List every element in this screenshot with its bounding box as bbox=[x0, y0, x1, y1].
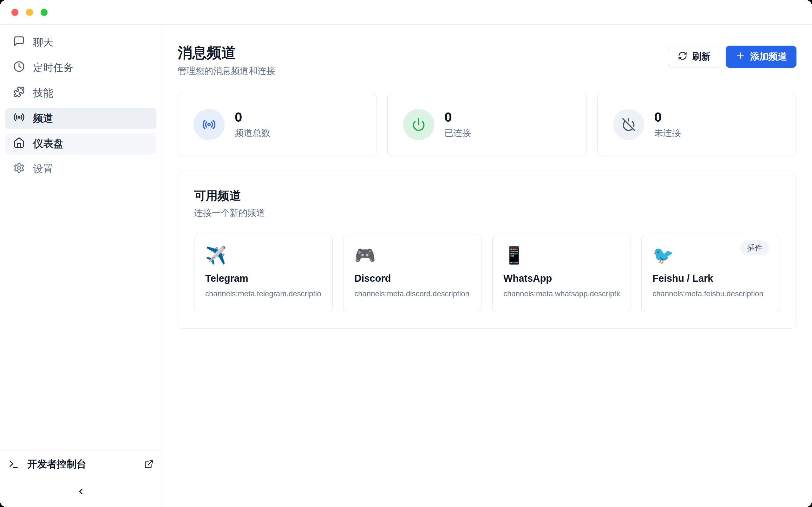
sidebar-item-channels[interactable]: 频道 bbox=[5, 108, 156, 129]
stat-card-connected: 0 已连接 bbox=[387, 93, 587, 156]
terminal-icon bbox=[8, 459, 19, 469]
channel-name: Telegram bbox=[205, 273, 322, 284]
available-channels-panel: 可用频道 连接一个新的频道 ✈️ Telegram channels:meta.… bbox=[177, 172, 797, 329]
sidebar-item-chat[interactable]: 聊天 bbox=[5, 32, 156, 53]
sidebar-item-label: 设置 bbox=[33, 162, 53, 176]
channel-card-telegram[interactable]: ✈️ Telegram channels:meta.telegram.descr… bbox=[194, 235, 333, 312]
power-icon bbox=[403, 109, 434, 140]
page-title: 消息频道 bbox=[177, 44, 275, 61]
power-off-icon bbox=[613, 109, 644, 140]
refresh-icon bbox=[678, 51, 687, 63]
stat-label: 未连接 bbox=[654, 127, 681, 139]
channel-description: channels:meta.discord.description bbox=[354, 289, 471, 298]
external-link-icon bbox=[144, 459, 154, 469]
channel-description: channels:meta.whatsapp.description bbox=[503, 289, 620, 298]
page-subtitle: 管理您的消息频道和连接 bbox=[177, 65, 275, 77]
telegram-airplane-emoji-icon: ✈️ bbox=[205, 246, 322, 265]
app-window: 聊天 定时任务 技能 bbox=[0, 0, 812, 507]
sidebar-item-skills[interactable]: 技能 bbox=[5, 82, 156, 104]
channel-description: channels:meta.telegram.description bbox=[205, 289, 322, 298]
close-window-button[interactable] bbox=[11, 9, 18, 16]
zoom-window-button[interactable] bbox=[41, 9, 48, 16]
sidebar-footer: 开发者控制台 bbox=[0, 449, 162, 499]
sidebar-item-label: 定时任务 bbox=[33, 61, 73, 75]
minimize-window-button[interactable] bbox=[26, 9, 33, 16]
sidebar-item-label: 技能 bbox=[33, 86, 53, 100]
sidebar: 聊天 定时任务 技能 bbox=[0, 25, 162, 507]
stat-label: 已连接 bbox=[444, 127, 471, 139]
developer-console-label: 开发者控制台 bbox=[27, 458, 86, 471]
sidebar-item-settings[interactable]: 设置 bbox=[5, 158, 156, 180]
stat-card-disconnected: 0 未连接 bbox=[597, 93, 797, 156]
discord-gamepad-emoji-icon: 🎮 bbox=[354, 246, 471, 265]
clock-icon bbox=[13, 61, 25, 75]
chevron-left-icon bbox=[76, 487, 86, 497]
channel-card-whatsapp[interactable]: 📱 WhatsApp channels:meta.whatsapp.descri… bbox=[492, 235, 631, 312]
whatsapp-phone-emoji-icon: 📱 bbox=[503, 246, 620, 265]
broadcast-icon bbox=[194, 109, 224, 140]
developer-console-link[interactable]: 开发者控制台 bbox=[8, 458, 154, 471]
channel-name: WhatsApp bbox=[503, 273, 620, 284]
sidebar-nav: 聊天 定时任务 技能 bbox=[5, 32, 156, 449]
puzzle-icon bbox=[13, 86, 25, 100]
channel-name: Feishu / Lark bbox=[653, 273, 769, 284]
sidebar-item-label: 聊天 bbox=[33, 36, 53, 49]
title-bar bbox=[0, 0, 812, 25]
refresh-button-label: 刷新 bbox=[692, 50, 711, 63]
refresh-button[interactable]: 刷新 bbox=[668, 46, 720, 68]
traffic-lights bbox=[11, 9, 48, 16]
channel-card-discord[interactable]: 🎮 Discord channels:meta.discord.descript… bbox=[343, 235, 482, 312]
channel-description: channels:meta.feishu.description bbox=[653, 289, 769, 298]
plugin-badge: 插件 bbox=[740, 240, 769, 256]
chat-bubble-icon bbox=[13, 36, 25, 49]
home-icon bbox=[13, 137, 25, 151]
channel-grid: ✈️ Telegram channels:meta.telegram.descr… bbox=[194, 235, 780, 312]
stat-value: 0 bbox=[654, 110, 681, 124]
stats-row: 0 频道总数 0 已连接 bbox=[177, 93, 797, 156]
add-channel-button-label: 添加频道 bbox=[750, 50, 787, 63]
gear-icon bbox=[13, 162, 25, 176]
sidebar-item-label: 频道 bbox=[33, 112, 53, 125]
plus-icon bbox=[735, 51, 745, 63]
add-channel-button[interactable]: 添加频道 bbox=[726, 46, 797, 68]
channel-name: Discord bbox=[354, 273, 471, 284]
sidebar-item-label: 仪表盘 bbox=[33, 137, 63, 151]
available-channels-subtitle: 连接一个新的频道 bbox=[194, 207, 780, 219]
available-channels-title: 可用频道 bbox=[194, 188, 780, 204]
sidebar-collapse-button[interactable] bbox=[71, 485, 90, 499]
stat-card-total-channels: 0 频道总数 bbox=[177, 93, 377, 156]
channel-card-feishu[interactable]: 插件 🐦 Feishu / Lark channels:meta.feishu.… bbox=[641, 235, 780, 312]
stat-label: 频道总数 bbox=[235, 127, 270, 139]
sidebar-item-scheduled-tasks[interactable]: 定时任务 bbox=[5, 57, 156, 78]
broadcast-icon bbox=[13, 112, 25, 125]
stat-value: 0 bbox=[235, 110, 270, 124]
sidebar-item-dashboard[interactable]: 仪表盘 bbox=[5, 133, 156, 155]
page-header: 消息频道 管理您的消息频道和连接 刷新 添加频道 bbox=[177, 44, 797, 77]
stat-value: 0 bbox=[444, 110, 471, 124]
main-content: 消息频道 管理您的消息频道和连接 刷新 添加频道 bbox=[162, 25, 812, 507]
